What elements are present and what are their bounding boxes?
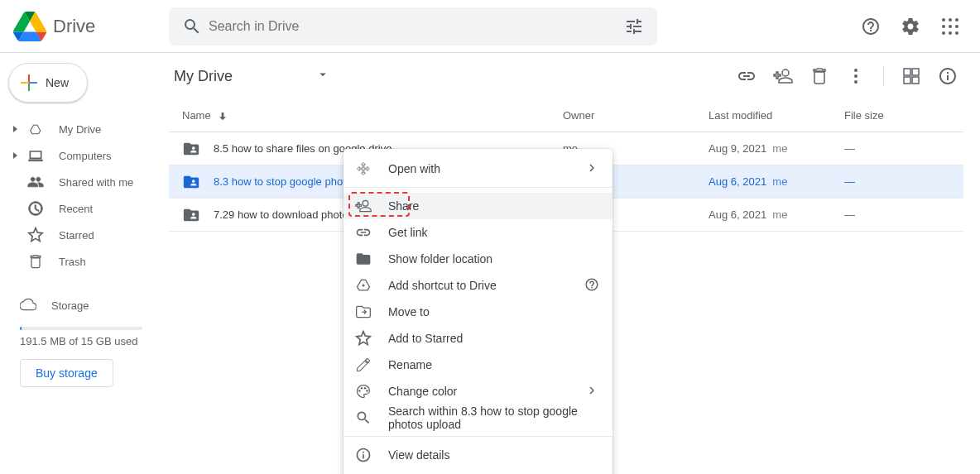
new-button-label: New (46, 76, 69, 89)
storage-bar (20, 327, 142, 330)
help-icon[interactable] (584, 277, 599, 294)
sidebar-item-label: Recent (59, 203, 93, 215)
details-icon[interactable] (932, 60, 963, 92)
col-size[interactable]: File size (844, 109, 963, 122)
search-options-icon[interactable] (617, 10, 651, 43)
storage-used-text: 191.5 MB of 15 GB used (20, 335, 142, 347)
app-name: Drive (53, 16, 95, 37)
menu-item-move[interactable]: Move to (343, 299, 612, 325)
sidebar-item-recent[interactable]: Recent (5, 195, 156, 222)
sidebar-item-label: Computers (59, 150, 112, 162)
move-icon (355, 304, 372, 320)
plus-icon (21, 74, 37, 91)
storage-label: Storage (51, 299, 89, 312)
chevron-right-icon (584, 160, 599, 178)
logo[interactable]: Drive (13, 10, 169, 43)
file-size: — (844, 208, 963, 221)
sidebar-item-label: Starred (59, 229, 94, 242)
sidebar-item-label: Shared with me (59, 176, 133, 189)
get-link-icon[interactable] (731, 60, 762, 92)
rename-icon (355, 357, 372, 373)
recent-icon (27, 200, 44, 217)
share-icon[interactable] (767, 60, 799, 92)
open-icon (355, 160, 372, 177)
chevron-right-icon (584, 383, 599, 388)
menu-item-open[interactable]: Open with (343, 156, 612, 182)
expand-icon[interactable] (13, 152, 17, 159)
menu-item-shortcut[interactable]: Add shortcut to Drive (343, 272, 612, 299)
file-modified: Aug 6, 2021 me (709, 175, 844, 188)
sidebar-item-shared[interactable]: Shared with me (5, 169, 156, 195)
table-header: Name Owner Last modified File size (169, 99, 963, 132)
search-bar[interactable] (169, 7, 657, 45)
star-icon (27, 227, 44, 243)
sidebar: New My DriveComputersShared with meRecen… (0, 53, 156, 387)
support-icon[interactable] (854, 10, 887, 43)
expand-icon[interactable] (13, 126, 17, 132)
menu-item-palette[interactable]: Change color (343, 378, 612, 387)
folder-icon (182, 206, 200, 224)
grid-view-icon[interactable] (896, 60, 927, 92)
menu-item-label: Share (388, 199, 419, 213)
buy-storage-button[interactable]: Buy storage (20, 359, 113, 387)
col-modified[interactable]: Last modified (709, 109, 844, 122)
folder-icon (182, 173, 200, 191)
folder-icon (355, 251, 372, 267)
sidebar-item-computers[interactable]: Computers (5, 142, 156, 169)
trash-icon (27, 253, 44, 270)
menu-item-folder[interactable]: Show folder location (343, 246, 612, 272)
menu-item-label: Move to (388, 305, 430, 318)
breadcrumb[interactable]: My Drive (169, 67, 330, 86)
new-button[interactable]: New (8, 63, 88, 103)
divider (883, 66, 884, 86)
menu-item-person-add[interactable]: Share (343, 193, 612, 219)
menu-item-label: Open with (388, 162, 440, 175)
drive-logo-icon (13, 10, 46, 43)
remove-icon[interactable] (804, 60, 835, 92)
apps-icon[interactable] (934, 10, 967, 43)
file-size: — (844, 175, 963, 188)
computers-icon (27, 147, 44, 164)
drive-icon (27, 121, 44, 137)
menu-item-label: Add to Starred (388, 332, 463, 345)
search-input[interactable] (209, 19, 617, 34)
menu-item-label: Add shortcut to Drive (388, 279, 497, 292)
folder-icon (182, 140, 200, 158)
sidebar-item-storage[interactable]: Storage (20, 291, 142, 320)
col-name[interactable]: Name (182, 109, 563, 122)
sort-arrow-icon (216, 109, 229, 122)
sidebar-item-label: My Drive (59, 123, 101, 136)
shared-icon (27, 174, 44, 190)
menu-item-link[interactable]: Get link (343, 219, 612, 246)
file-modified: Aug 6, 2021 me (709, 208, 844, 221)
sidebar-item-trash[interactable]: Trash (5, 248, 156, 275)
search-icon[interactable] (175, 10, 209, 43)
more-actions-icon[interactable] (840, 60, 872, 92)
sidebar-item-drive[interactable]: My Drive (5, 116, 156, 142)
menu-item-label: Change color (388, 385, 457, 387)
menu-item-label: Show folder location (388, 252, 492, 266)
link-icon (355, 224, 372, 241)
palette-icon (355, 383, 372, 387)
settings-icon[interactable] (894, 10, 927, 43)
shortcut-icon (355, 277, 372, 294)
menu-separator (343, 187, 612, 188)
file-modified: Aug 9, 2021 me (709, 142, 844, 155)
sidebar-item-label: Trash (59, 256, 86, 268)
context-menu: Open withShareGet linkShow folder locati… (343, 149, 612, 387)
menu-item-star[interactable]: Add to Starred (343, 325, 612, 352)
cloud-icon (20, 296, 36, 315)
menu-item-label: Rename (388, 358, 432, 371)
star-icon (355, 330, 372, 347)
menu-item-rename[interactable]: Rename (343, 352, 612, 378)
sidebar-item-star[interactable]: Starred (5, 222, 156, 248)
person-add-icon (355, 198, 372, 214)
breadcrumb-label: My Drive (174, 68, 233, 85)
col-owner[interactable]: Owner (563, 109, 709, 122)
menu-item-label: Get link (388, 226, 427, 239)
file-size: — (844, 142, 963, 155)
breadcrumb-dropdown-icon (315, 67, 330, 86)
